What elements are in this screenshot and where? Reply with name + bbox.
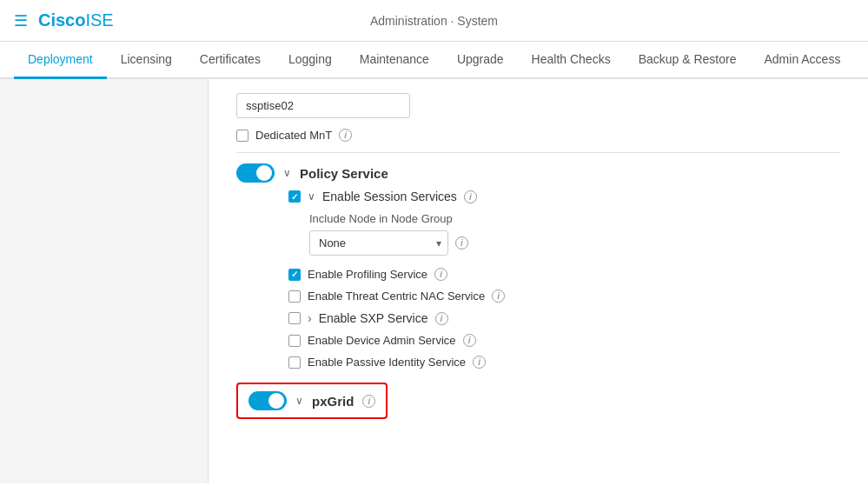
threat-service-checkbox[interactable] (288, 290, 301, 303)
node-group-info-icon[interactable]: i (455, 236, 468, 250)
policy-service-title: Policy Service (300, 166, 388, 181)
tab-logging[interactable]: Logging (275, 42, 346, 79)
session-services-info-icon[interactable]: i (464, 190, 477, 203)
main-panel: Dedicated MnT i ∨ Policy Service ∨ Enabl… (209, 79, 868, 483)
tab-health-checks[interactable]: Health Checks (518, 42, 625, 79)
dedicated-mnt-label: Dedicated MnT (255, 129, 332, 142)
profiling-service-label: Enable Profiling Service (308, 268, 427, 281)
logo-cisco: Cisco (38, 10, 85, 30)
node-group-select-row: None i (309, 230, 840, 256)
pxgrid-section: ∨ pxGrid i (236, 383, 388, 419)
app-logo: Cisco ISE (38, 10, 114, 30)
logo-ise: ISE (85, 10, 113, 30)
policy-service-header[interactable]: ∨ Policy Service (236, 163, 840, 183)
sxp-service-info-icon[interactable]: i (435, 312, 448, 325)
tab-licensing[interactable]: Licensing (107, 42, 186, 79)
node-group-dropdown-row: Include Node in Node Group None i (309, 212, 840, 256)
session-services-header: ∨ Enable Session Services i (288, 190, 840, 203)
policy-service-chevron: ∨ (283, 167, 291, 179)
profiling-service-row: Enable Profiling Service i (288, 268, 840, 281)
dedicated-mnt-checkbox[interactable] (236, 130, 248, 142)
device-admin-info-icon[interactable]: i (463, 334, 476, 347)
passive-identity-info-icon[interactable]: i (473, 356, 486, 369)
tab-certificates[interactable]: Certificates (186, 42, 275, 79)
session-services-checkbox[interactable] (288, 190, 301, 203)
content-area: Dedicated MnT i ∨ Policy Service ∨ Enabl… (0, 79, 868, 483)
sxp-service-chevron: › (308, 311, 312, 325)
page-title: Administration · System (370, 14, 498, 28)
sidebar (0, 79, 209, 483)
profiling-service-info-icon[interactable]: i (434, 268, 447, 281)
app-header: ☰ Cisco ISE Administration · System (0, 0, 868, 42)
tab-deployment[interactable]: Deployment (14, 42, 107, 79)
sxp-service-checkbox[interactable] (288, 312, 301, 324)
node-group-select-wrapper: None (309, 230, 448, 256)
session-services-chevron: ∨ (308, 190, 315, 203)
threat-service-info-icon[interactable]: i (492, 290, 505, 303)
pxgrid-chevron: ∨ (295, 395, 303, 407)
hostname-input[interactable] (236, 93, 410, 118)
pxgrid-info-icon[interactable]: i (362, 395, 375, 408)
device-admin-checkbox[interactable] (288, 335, 301, 347)
sxp-service-label: Enable SXP Service (319, 311, 428, 325)
session-services-title: Enable Session Services (322, 190, 457, 203)
tab-settings[interactable]: Settings (854, 42, 868, 79)
session-services-subsection: ∨ Enable Session Services i Include Node… (288, 190, 840, 369)
tab-backup-restore[interactable]: Backup & Restore (625, 42, 751, 79)
hamburger-icon[interactable]: ☰ (14, 11, 28, 30)
node-group-label: Include Node in Node Group (309, 212, 840, 225)
passive-identity-label: Enable Passive Identity Service (308, 356, 466, 369)
policy-service-toggle[interactable] (236, 163, 275, 183)
profiling-service-checkbox[interactable] (288, 269, 301, 281)
nav-tabs: Deployment Licensing Certificates Loggin… (0, 42, 868, 79)
tab-admin-access[interactable]: Admin Access (750, 42, 854, 79)
pxgrid-toggle[interactable] (248, 391, 287, 410)
sxp-service-row: › Enable SXP Service i (288, 311, 840, 325)
threat-service-row: Enable Threat Centric NAC Service i (288, 290, 840, 303)
section-divider-1 (236, 152, 840, 153)
tab-upgrade[interactable]: Upgrade (443, 42, 518, 79)
dedicated-mnt-info-icon[interactable]: i (339, 129, 352, 142)
passive-identity-checkbox[interactable] (288, 356, 301, 369)
pxgrid-title: pxGrid (312, 394, 354, 409)
device-admin-label: Enable Device Admin Service (308, 334, 456, 347)
tab-maintenance[interactable]: Maintenance (346, 42, 443, 79)
node-group-select[interactable]: None (309, 230, 448, 256)
passive-identity-service-row: Enable Passive Identity Service i (288, 356, 840, 369)
threat-service-label: Enable Threat Centric NAC Service (308, 290, 485, 303)
hostname-input-row (236, 93, 840, 118)
dedicated-mnt-row: Dedicated MnT i (236, 129, 840, 142)
device-admin-service-row: Enable Device Admin Service i (288, 334, 840, 347)
